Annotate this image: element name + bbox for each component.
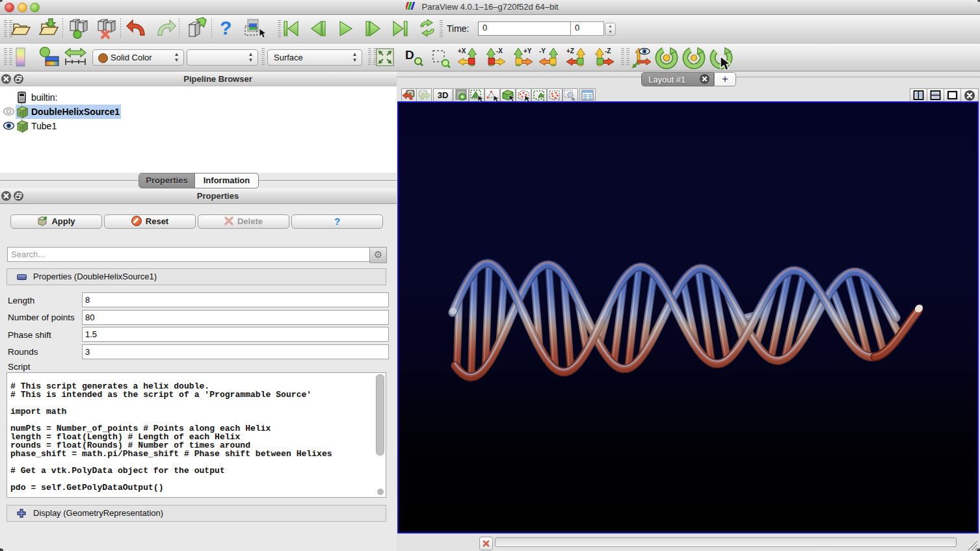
svg-text:+X: +X: [458, 47, 466, 55]
svg-text:-Y: -Y: [539, 47, 546, 55]
svg-text:+Z: +Z: [566, 47, 574, 55]
svg-text:+Y: +Y: [523, 47, 532, 55]
svg-text:-Z: -Z: [605, 47, 611, 55]
svg-text:-X: -X: [496, 47, 503, 55]
